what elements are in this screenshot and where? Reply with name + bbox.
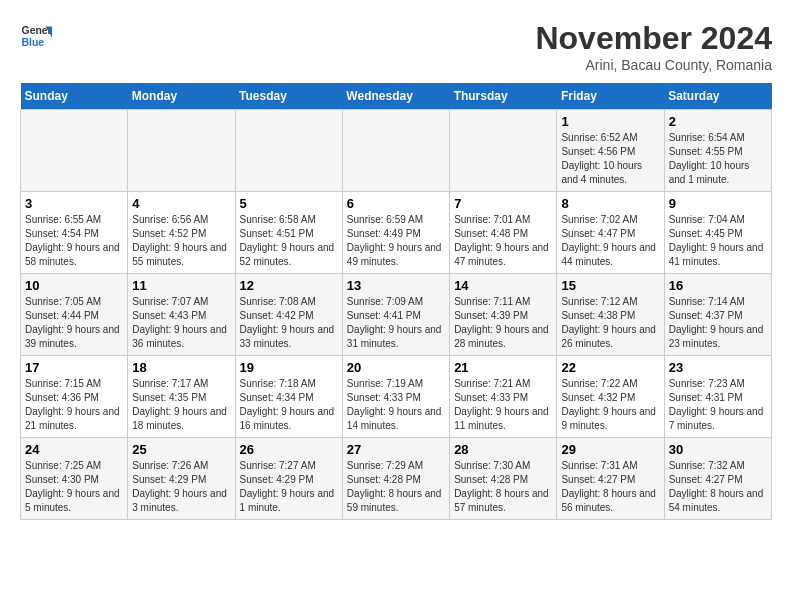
day-number: 27 — [347, 442, 445, 457]
day-info: Sunrise: 7:15 AM Sunset: 4:36 PM Dayligh… — [25, 377, 123, 433]
calendar-cell: 22Sunrise: 7:22 AM Sunset: 4:32 PM Dayli… — [557, 356, 664, 438]
day-info: Sunrise: 7:02 AM Sunset: 4:47 PM Dayligh… — [561, 213, 659, 269]
calendar-cell: 6Sunrise: 6:59 AM Sunset: 4:49 PM Daylig… — [342, 192, 449, 274]
calendar-cell — [342, 110, 449, 192]
day-info: Sunrise: 7:29 AM Sunset: 4:28 PM Dayligh… — [347, 459, 445, 515]
calendar-week: 24Sunrise: 7:25 AM Sunset: 4:30 PM Dayli… — [21, 438, 772, 520]
day-info: Sunrise: 7:12 AM Sunset: 4:38 PM Dayligh… — [561, 295, 659, 351]
location-subtitle: Arini, Bacau County, Romania — [535, 57, 772, 73]
calendar-cell — [128, 110, 235, 192]
weekday-header: Sunday — [21, 83, 128, 110]
day-info: Sunrise: 6:55 AM Sunset: 4:54 PM Dayligh… — [25, 213, 123, 269]
calendar-cell: 9Sunrise: 7:04 AM Sunset: 4:45 PM Daylig… — [664, 192, 771, 274]
day-number: 14 — [454, 278, 552, 293]
logo-icon: General Blue — [20, 20, 52, 52]
calendar-week: 3Sunrise: 6:55 AM Sunset: 4:54 PM Daylig… — [21, 192, 772, 274]
calendar-cell: 17Sunrise: 7:15 AM Sunset: 4:36 PM Dayli… — [21, 356, 128, 438]
weekday-header: Tuesday — [235, 83, 342, 110]
day-number: 20 — [347, 360, 445, 375]
day-info: Sunrise: 7:14 AM Sunset: 4:37 PM Dayligh… — [669, 295, 767, 351]
day-info: Sunrise: 7:09 AM Sunset: 4:41 PM Dayligh… — [347, 295, 445, 351]
day-number: 6 — [347, 196, 445, 211]
day-info: Sunrise: 7:26 AM Sunset: 4:29 PM Dayligh… — [132, 459, 230, 515]
calendar-cell: 1Sunrise: 6:52 AM Sunset: 4:56 PM Daylig… — [557, 110, 664, 192]
day-info: Sunrise: 7:01 AM Sunset: 4:48 PM Dayligh… — [454, 213, 552, 269]
day-number: 7 — [454, 196, 552, 211]
day-number: 15 — [561, 278, 659, 293]
day-info: Sunrise: 7:04 AM Sunset: 4:45 PM Dayligh… — [669, 213, 767, 269]
calendar-week: 1Sunrise: 6:52 AM Sunset: 4:56 PM Daylig… — [21, 110, 772, 192]
day-number: 23 — [669, 360, 767, 375]
day-number: 3 — [25, 196, 123, 211]
weekday-header: Friday — [557, 83, 664, 110]
day-info: Sunrise: 7:30 AM Sunset: 4:28 PM Dayligh… — [454, 459, 552, 515]
calendar-cell: 8Sunrise: 7:02 AM Sunset: 4:47 PM Daylig… — [557, 192, 664, 274]
day-info: Sunrise: 7:32 AM Sunset: 4:27 PM Dayligh… — [669, 459, 767, 515]
day-number: 1 — [561, 114, 659, 129]
calendar-cell: 2Sunrise: 6:54 AM Sunset: 4:55 PM Daylig… — [664, 110, 771, 192]
day-number: 4 — [132, 196, 230, 211]
day-number: 11 — [132, 278, 230, 293]
calendar-cell: 20Sunrise: 7:19 AM Sunset: 4:33 PM Dayli… — [342, 356, 449, 438]
day-number: 2 — [669, 114, 767, 129]
day-info: Sunrise: 7:18 AM Sunset: 4:34 PM Dayligh… — [240, 377, 338, 433]
calendar-header: SundayMondayTuesdayWednesdayThursdayFrid… — [21, 83, 772, 110]
day-number: 12 — [240, 278, 338, 293]
calendar-cell: 3Sunrise: 6:55 AM Sunset: 4:54 PM Daylig… — [21, 192, 128, 274]
calendar-week: 10Sunrise: 7:05 AM Sunset: 4:44 PM Dayli… — [21, 274, 772, 356]
calendar-cell: 7Sunrise: 7:01 AM Sunset: 4:48 PM Daylig… — [450, 192, 557, 274]
day-info: Sunrise: 6:58 AM Sunset: 4:51 PM Dayligh… — [240, 213, 338, 269]
day-number: 29 — [561, 442, 659, 457]
calendar-cell: 25Sunrise: 7:26 AM Sunset: 4:29 PM Dayli… — [128, 438, 235, 520]
calendar-week: 17Sunrise: 7:15 AM Sunset: 4:36 PM Dayli… — [21, 356, 772, 438]
calendar-cell: 16Sunrise: 7:14 AM Sunset: 4:37 PM Dayli… — [664, 274, 771, 356]
calendar-cell: 18Sunrise: 7:17 AM Sunset: 4:35 PM Dayli… — [128, 356, 235, 438]
day-number: 13 — [347, 278, 445, 293]
calendar-cell — [450, 110, 557, 192]
header-row: SundayMondayTuesdayWednesdayThursdayFrid… — [21, 83, 772, 110]
title-area: November 2024 Arini, Bacau County, Roman… — [535, 20, 772, 73]
calendar-cell: 29Sunrise: 7:31 AM Sunset: 4:27 PM Dayli… — [557, 438, 664, 520]
calendar-cell: 30Sunrise: 7:32 AM Sunset: 4:27 PM Dayli… — [664, 438, 771, 520]
calendar-table: SundayMondayTuesdayWednesdayThursdayFrid… — [20, 83, 772, 520]
day-number: 10 — [25, 278, 123, 293]
day-number: 8 — [561, 196, 659, 211]
calendar-cell: 27Sunrise: 7:29 AM Sunset: 4:28 PM Dayli… — [342, 438, 449, 520]
day-number: 21 — [454, 360, 552, 375]
calendar-cell: 26Sunrise: 7:27 AM Sunset: 4:29 PM Dayli… — [235, 438, 342, 520]
svg-text:Blue: Blue — [22, 37, 45, 48]
day-number: 16 — [669, 278, 767, 293]
day-number: 26 — [240, 442, 338, 457]
day-info: Sunrise: 6:54 AM Sunset: 4:55 PM Dayligh… — [669, 131, 767, 187]
calendar-cell: 5Sunrise: 6:58 AM Sunset: 4:51 PM Daylig… — [235, 192, 342, 274]
calendar-cell: 15Sunrise: 7:12 AM Sunset: 4:38 PM Dayli… — [557, 274, 664, 356]
weekday-header: Saturday — [664, 83, 771, 110]
day-info: Sunrise: 7:11 AM Sunset: 4:39 PM Dayligh… — [454, 295, 552, 351]
day-info: Sunrise: 7:08 AM Sunset: 4:42 PM Dayligh… — [240, 295, 338, 351]
day-info: Sunrise: 7:23 AM Sunset: 4:31 PM Dayligh… — [669, 377, 767, 433]
calendar-body: 1Sunrise: 6:52 AM Sunset: 4:56 PM Daylig… — [21, 110, 772, 520]
day-number: 30 — [669, 442, 767, 457]
calendar-cell: 24Sunrise: 7:25 AM Sunset: 4:30 PM Dayli… — [21, 438, 128, 520]
weekday-header: Thursday — [450, 83, 557, 110]
weekday-header: Wednesday — [342, 83, 449, 110]
day-number: 24 — [25, 442, 123, 457]
day-info: Sunrise: 7:25 AM Sunset: 4:30 PM Dayligh… — [25, 459, 123, 515]
day-number: 5 — [240, 196, 338, 211]
calendar-cell: 11Sunrise: 7:07 AM Sunset: 4:43 PM Dayli… — [128, 274, 235, 356]
day-number: 28 — [454, 442, 552, 457]
calendar-cell: 4Sunrise: 6:56 AM Sunset: 4:52 PM Daylig… — [128, 192, 235, 274]
day-info: Sunrise: 7:07 AM Sunset: 4:43 PM Dayligh… — [132, 295, 230, 351]
calendar-cell: 10Sunrise: 7:05 AM Sunset: 4:44 PM Dayli… — [21, 274, 128, 356]
calendar-cell: 28Sunrise: 7:30 AM Sunset: 4:28 PM Dayli… — [450, 438, 557, 520]
weekday-header: Monday — [128, 83, 235, 110]
day-info: Sunrise: 7:05 AM Sunset: 4:44 PM Dayligh… — [25, 295, 123, 351]
day-number: 19 — [240, 360, 338, 375]
calendar-cell: 23Sunrise: 7:23 AM Sunset: 4:31 PM Dayli… — [664, 356, 771, 438]
day-info: Sunrise: 6:59 AM Sunset: 4:49 PM Dayligh… — [347, 213, 445, 269]
calendar-cell: 12Sunrise: 7:08 AM Sunset: 4:42 PM Dayli… — [235, 274, 342, 356]
day-number: 9 — [669, 196, 767, 211]
day-number: 17 — [25, 360, 123, 375]
calendar-cell — [235, 110, 342, 192]
day-number: 18 — [132, 360, 230, 375]
